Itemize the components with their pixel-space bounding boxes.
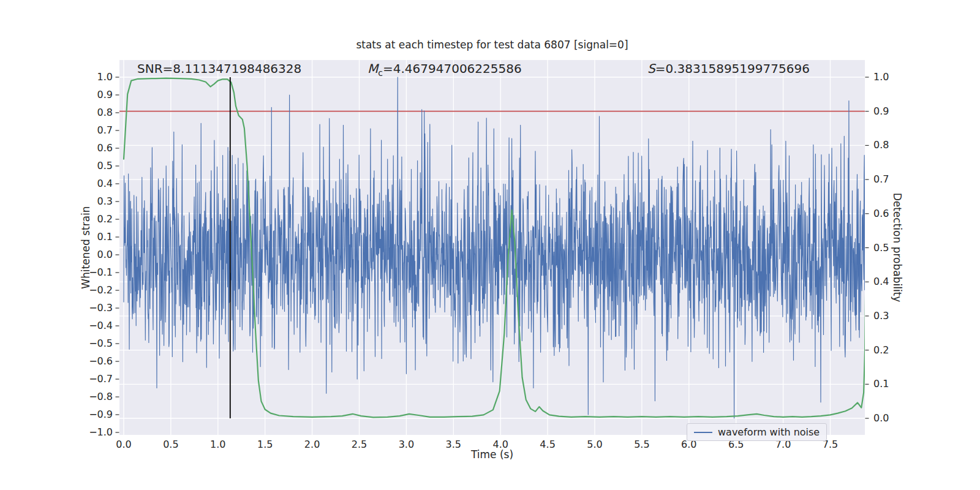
annotation-mc-value: =4.467947006225586 xyxy=(383,61,522,76)
right-axis-label: Detection probability xyxy=(891,193,903,303)
right-tick-label: 0.7 xyxy=(873,173,889,186)
right-tick-label: 0.9 xyxy=(873,105,889,118)
right-tick-label: 0.0 xyxy=(873,412,889,424)
left-tick-label: −1.0 xyxy=(83,426,113,439)
x-tick-label: 2.0 xyxy=(299,439,326,451)
chart-title: stats at each timestep for test data 680… xyxy=(119,39,865,51)
right-tick-label: 0.2 xyxy=(873,344,889,356)
legend: waveform with noise xyxy=(687,423,827,441)
left-tick-label: −0.6 xyxy=(83,355,113,368)
left-tick-label: −0.5 xyxy=(83,337,113,350)
left-tick-label: −0.2 xyxy=(83,284,113,296)
left-tick-label: 0.5 xyxy=(83,160,113,172)
x-tick-label: 4.0 xyxy=(487,439,514,451)
left-tick-label: −0.9 xyxy=(83,409,113,421)
left-tick-label: 0.3 xyxy=(83,195,113,208)
left-tick-label: −0.7 xyxy=(83,373,113,385)
x-tick-label: 5.5 xyxy=(628,439,655,451)
left-tick-label: 0.8 xyxy=(83,107,113,119)
annotation-s-stat: S=0.38315895199775696 xyxy=(647,61,810,76)
annotation-chirp-mass: Mc=4.467947006225586 xyxy=(368,61,522,78)
left-tick-label: 0.0 xyxy=(83,249,113,261)
legend-label: waveform with noise xyxy=(718,426,820,438)
annotation-snr: SNR=8.111347198486328 xyxy=(137,61,301,76)
right-tick-label: 0.4 xyxy=(873,276,889,288)
right-tick-label: 0.3 xyxy=(873,310,889,322)
legend-line-swatch xyxy=(694,432,712,433)
x-tick-label: 0.5 xyxy=(157,439,184,451)
left-tick-label: −0.8 xyxy=(83,391,113,403)
annotation-s-value: =0.38315895199775696 xyxy=(655,61,810,76)
left-tick-label: 0.4 xyxy=(83,178,113,190)
annotation-mc-symbol: M xyxy=(368,61,378,76)
x-tick-label: 2.5 xyxy=(346,439,373,451)
left-tick-label: 0.1 xyxy=(83,231,113,243)
right-tick-label: 0.5 xyxy=(873,242,889,254)
left-tick-label: −0.3 xyxy=(83,302,113,314)
left-tick-label: 0.9 xyxy=(83,89,113,101)
left-tick-label: 0.7 xyxy=(83,124,113,137)
x-tick-label: 3.5 xyxy=(440,439,467,451)
right-tick-label: 0.8 xyxy=(873,139,889,151)
right-tick-label: 0.1 xyxy=(873,378,889,390)
x-tick-label: 1.5 xyxy=(252,439,279,451)
left-tick-label: 0.2 xyxy=(83,213,113,225)
x-tick-label: 0.0 xyxy=(110,439,137,451)
left-tick-label: 0.6 xyxy=(83,142,113,154)
annotation-mc-subscript: c xyxy=(378,68,383,78)
x-tick-label: 5.0 xyxy=(581,439,608,451)
x-tick-label: 1.0 xyxy=(205,439,232,451)
right-tick-label: 0.6 xyxy=(873,208,889,220)
left-tick-label: −0.4 xyxy=(83,320,113,332)
left-tick-label: −0.1 xyxy=(83,266,113,279)
x-tick-label: 3.0 xyxy=(393,439,420,451)
left-tick-label: 1.0 xyxy=(83,71,113,83)
right-tick-label: 1.0 xyxy=(873,71,889,83)
annotation-s-symbol: S xyxy=(647,61,655,76)
x-tick-label: 4.5 xyxy=(534,439,561,451)
figure: stats at each timestep for test data 680… xyxy=(0,0,980,490)
annotation-snr-text: SNR=8.111347198486328 xyxy=(137,61,301,76)
